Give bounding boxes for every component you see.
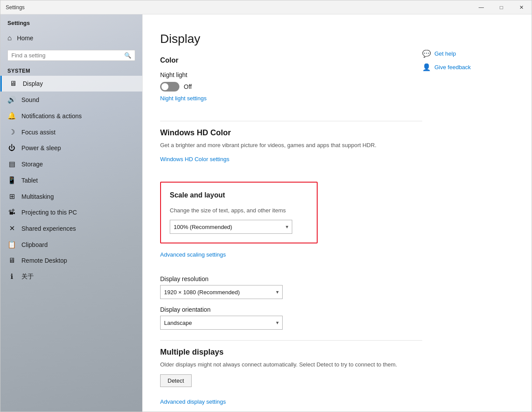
sidebar-item-label: Sound [21,96,39,103]
sidebar-item-focus[interactable]: ☽ Focus assist [0,124,142,140]
sidebar-item-label: Clipboard [21,241,48,248]
sidebar-item-label: Storage [21,161,43,168]
sidebar-item-label: Shared experiences [21,225,76,232]
title-bar: Settings — □ ✕ [0,0,532,14]
color-section: Color Night light Off Night light settin… [160,56,422,112]
sidebar-item-about[interactable]: ℹ 关于 [0,268,142,285]
main-panel: Display Color Night light Off Night ligh… [143,14,532,412]
sidebar-item-home[interactable]: ⌂ Home [0,30,142,46]
scale-layout-box: Scale and layout Change the size of text… [160,182,318,244]
sidebar-item-multitasking[interactable]: ⊞ Multitasking [0,188,142,204]
search-input[interactable] [11,52,124,59]
sidebar-title: Settings [0,14,142,30]
scale-dropdown-value: 100% (Recommended) [174,224,232,230]
page-title: Display [160,32,422,46]
get-help-link[interactable]: 💬 Get help [422,49,501,58]
orientation-dropdown[interactable]: Landscape ▾ [160,316,283,330]
scale-layout-title: Scale and layout [170,191,308,199]
focus-icon: ☽ [7,128,16,136]
sidebar: Settings ⌂ Home 🔍 System 🖥 Display 🔊 [0,14,143,412]
search-box[interactable]: 🔍 [7,50,135,61]
orientation-section: Display orientation Landscape ▾ [160,306,422,330]
window-controls: — □ ✕ [471,0,532,14]
night-light-toggle[interactable] [160,82,179,92]
chevron-down-icon: ▾ [276,289,279,295]
sound-icon: 🔊 [7,95,16,104]
resolution-dropdown[interactable]: 1920 × 1080 (Recommended) ▾ [160,285,283,299]
sidebar-item-label: Multitasking [21,193,54,200]
give-feedback-icon: 👤 [422,63,431,71]
multiple-displays-section: Multiple displays Older displays might n… [160,348,422,412]
night-light-row: Off [160,82,422,92]
sidebar-item-shared[interactable]: ✕ Shared experiences [0,220,142,236]
sidebar-item-label: Remote Desktop [21,257,67,264]
hd-color-section: Windows HD Color Get a brighter and more… [160,128,422,173]
sidebar-item-sound[interactable]: 🔊 Sound [0,92,142,108]
sidebar-item-label: Focus assist [21,129,56,136]
sidebar-item-label: Tablet [21,177,38,184]
remote-icon: 🖥 [7,257,16,264]
hd-color-settings-link[interactable]: Windows HD Color settings [160,156,229,162]
search-icon: 🔍 [124,52,131,59]
sidebar-item-label: 关于 [21,273,34,281]
sidebar-home-label: Home [17,35,33,42]
sidebar-item-power[interactable]: ⏻ Power & sleep [0,140,142,156]
sidebar-item-projecting[interactable]: 📽 Projecting to this PC [0,204,142,220]
hd-color-description: Get a brighter and more vibrant picture … [160,141,422,150]
app-body: Settings ⌂ Home 🔍 System 🖥 Display 🔊 [0,14,532,412]
multiple-displays-description: Older displays might not always connect … [160,360,422,369]
divider-1 [160,121,422,121]
notifications-icon: 🔔 [7,112,16,120]
advanced-scaling-link[interactable]: Advanced scaling settings [160,251,226,258]
get-help-label: Get help [434,50,456,57]
toggle-knob [161,83,168,90]
orientation-label: Display orientation [160,306,417,313]
sidebar-item-tablet[interactable]: 📱 Tablet [0,172,142,188]
window-title: Settings [6,4,24,11]
display-icon: 🖥 [9,80,18,88]
main-content-wrapper: Display Color Night light Off Night ligh… [160,32,510,412]
sidebar-item-remote[interactable]: 🖥 Remote Desktop [0,253,142,268]
night-light-label: Night light [160,71,417,78]
advanced-display-link[interactable]: Advanced display settings [160,398,226,405]
main-content: Display Color Night light Off Night ligh… [160,32,422,412]
divider-2 [160,340,422,341]
scale-description: Change the size of text, apps, and other… [170,206,308,215]
detect-button[interactable]: Detect [160,374,192,387]
chevron-down-icon: ▾ [276,320,279,326]
get-help-icon: 💬 [422,49,431,58]
about-icon: ℹ [7,272,16,281]
resolution-value: 1920 × 1080 (Recommended) [164,289,240,296]
chevron-down-icon: ▾ [286,224,288,230]
sidebar-item-clipboard[interactable]: 📋 Clipboard [0,236,142,253]
clipboard-icon: 📋 [7,240,16,249]
sidebar-item-label: Display [23,80,43,87]
sidebar-item-label: Projecting to this PC [21,209,77,216]
minimize-button[interactable]: — [471,0,491,14]
night-light-value: Off [184,83,192,90]
sidebar-item-display[interactable]: 🖥 Display [0,76,142,92]
give-feedback-link[interactable]: 👤 Give feedback [422,63,501,71]
right-panel: 💬 Get help 👤 Give feedback [422,32,510,412]
hd-color-title: Windows HD Color [160,128,422,137]
color-section-title: Color [160,56,422,64]
sidebar-item-label: Power & sleep [21,144,61,151]
settings-window: Settings — □ ✕ Settings ⌂ Home 🔍 System [0,0,532,412]
night-light-settings-link[interactable]: Night light settings [160,95,206,102]
resolution-label: Display resolution [160,275,417,282]
sidebar-item-label: Notifications & actions [21,113,82,120]
tablet-icon: 📱 [7,176,16,184]
close-button[interactable]: ✕ [511,0,532,14]
resolution-section: Display resolution 1920 × 1080 (Recommen… [160,275,422,299]
multitasking-icon: ⊞ [7,192,16,201]
sidebar-item-storage[interactable]: ▤ Storage [0,156,142,172]
give-feedback-label: Give feedback [434,64,471,70]
sidebar-item-notifications[interactable]: 🔔 Notifications & actions [0,108,142,124]
home-icon: ⌂ [7,34,12,42]
maximize-button[interactable]: □ [491,0,511,14]
shared-icon: ✕ [7,224,16,232]
storage-icon: ▤ [7,160,16,168]
scale-dropdown[interactable]: 100% (Recommended) ▾ [170,220,292,234]
multiple-displays-title: Multiple displays [160,348,422,357]
power-icon: ⏻ [7,144,16,152]
